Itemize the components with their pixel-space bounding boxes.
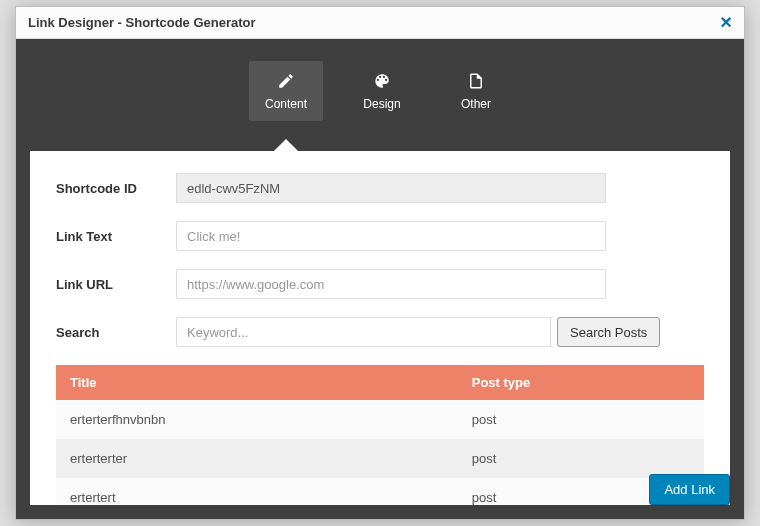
modal-header: Link Designer - Shortcode Generator × — [16, 7, 744, 39]
link-url-label: Link URL — [56, 277, 176, 292]
table-row[interactable]: erterterter post — [56, 439, 704, 478]
search-input[interactable] — [176, 317, 551, 347]
add-link-button[interactable]: Add Link — [649, 474, 730, 505]
row-link-url: Link URL — [56, 269, 704, 299]
content-area: Shortcode ID Link Text Link URL Search S… — [16, 151, 744, 519]
cell-title: erterterfhnvbnbn — [56, 400, 458, 439]
cell-title: erterterter — [56, 439, 458, 478]
col-posttype: Post type — [458, 365, 704, 400]
row-shortcode-id: Shortcode ID — [56, 173, 704, 203]
edit-icon — [276, 71, 296, 91]
cell-title: ertertert — [56, 478, 458, 505]
footer: Add Link — [649, 474, 730, 505]
shortcode-id-label: Shortcode ID — [56, 181, 176, 196]
document-icon — [466, 71, 486, 91]
cell-posttype: post — [458, 439, 704, 478]
search-posts-button[interactable]: Search Posts — [557, 317, 660, 347]
col-title: Title — [56, 365, 458, 400]
link-text-label: Link Text — [56, 229, 176, 244]
form-panel: Shortcode ID Link Text Link URL Search S… — [30, 151, 730, 505]
tab-design[interactable]: Design — [347, 61, 417, 121]
table-row[interactable]: ertertert post — [56, 478, 704, 505]
tab-label: Content — [265, 97, 307, 111]
tab-other[interactable]: Other — [441, 61, 511, 121]
modal-dialog: Link Designer - Shortcode Generator × Co… — [15, 6, 745, 520]
close-icon: × — [720, 11, 732, 34]
tabs-bar: Content Design Other — [16, 39, 744, 151]
tab-content[interactable]: Content — [249, 61, 323, 121]
table-header-row: Title Post type — [56, 365, 704, 400]
row-search: Search Search Posts — [56, 317, 704, 347]
search-label: Search — [56, 325, 176, 340]
tab-label: Other — [461, 97, 491, 111]
shortcode-id-input — [176, 173, 606, 203]
close-button[interactable]: × — [712, 9, 740, 37]
results-table: Title Post type erterterfhnvbnbn post er… — [56, 365, 704, 505]
tab-label: Design — [363, 97, 400, 111]
link-text-input[interactable] — [176, 221, 606, 251]
row-link-text: Link Text — [56, 221, 704, 251]
modal-title: Link Designer - Shortcode Generator — [28, 15, 256, 30]
palette-icon — [372, 71, 392, 91]
cell-posttype: post — [458, 400, 704, 439]
table-row[interactable]: erterterfhnvbnbn post — [56, 400, 704, 439]
link-url-input[interactable] — [176, 269, 606, 299]
